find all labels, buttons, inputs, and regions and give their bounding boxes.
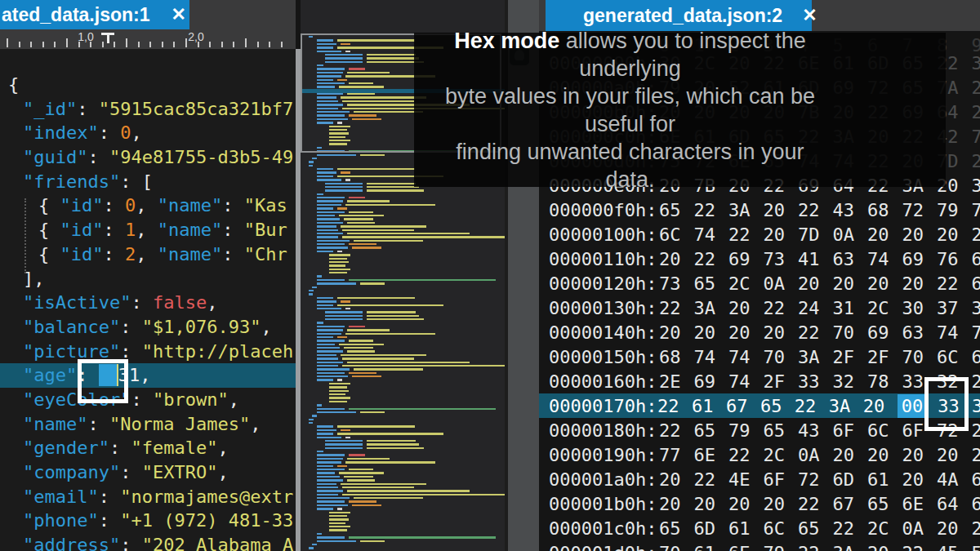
- code-line[interactable]: { "id": 0, "name": "Kas: [0, 193, 296, 218]
- hex-byte[interactable]: 20: [833, 273, 868, 294]
- hex-byte[interactable]: 32: [972, 176, 980, 196]
- code-line[interactable]: { "id": 2, "name": "Chr: [0, 242, 296, 267]
- hex-byte[interactable]: 20: [833, 445, 868, 465]
- hex-byte[interactable]: 20: [763, 200, 798, 220]
- hex-byte[interactable]: 3A: [728, 200, 764, 220]
- hex-byte[interactable]: 4A: [937, 469, 972, 490]
- hex-byte[interactable]: 65: [693, 420, 728, 441]
- hex-byte[interactable]: 22: [798, 543, 833, 551]
- hex-byte[interactable]: 20: [693, 494, 728, 514]
- hex-byte[interactable]: 6F: [763, 469, 798, 490]
- hex-byte[interactable]: 22: [972, 371, 980, 392]
- hex-row[interactable]: 00000110h:20226973416374697665: [539, 247, 980, 271]
- hex-byte[interactable]: 20: [798, 273, 833, 294]
- hex-byte[interactable]: 2C: [728, 273, 764, 294]
- hex-byte[interactable]: 22: [693, 469, 728, 490]
- code-line[interactable]: "isActive": false,: [0, 291, 296, 315]
- hex-byte[interactable]: 37: [937, 298, 972, 318]
- hex-byte[interactable]: 7D: [798, 224, 833, 245]
- hex-byte[interactable]: 2C: [972, 151, 980, 171]
- hex-byte[interactable]: 62: [972, 273, 980, 294]
- hex-byte[interactable]: 31: [972, 396, 980, 416]
- hex-byte[interactable]: 20: [763, 224, 798, 245]
- hex-byte[interactable]: 20: [902, 224, 938, 245]
- hex-byte[interactable]: 74: [728, 347, 764, 367]
- code-line[interactable]: "age": 31,: [0, 363, 296, 388]
- hex-byte[interactable]: 20: [863, 396, 898, 416]
- hex-byte[interactable]: 68: [659, 347, 694, 367]
- hex-byte[interactable]: 22: [798, 200, 833, 220]
- hex-byte[interactable]: 20: [867, 543, 902, 551]
- hex-byte[interactable]: 41: [798, 249, 833, 269]
- hex-byte[interactable]: 3A: [833, 543, 868, 551]
- code-line[interactable]: "address": "202 Alabama A: [0, 533, 296, 551]
- hex-byte[interactable]: 61: [972, 469, 980, 490]
- hex-row[interactable]: 000001c0h:656D616C65222C0A2020: [539, 516, 980, 540]
- hex-byte[interactable]: 20: [659, 494, 694, 514]
- hex-byte[interactable]: 65: [972, 494, 980, 514]
- hex-byte[interactable]: 69: [693, 371, 728, 392]
- hex-byte[interactable]: 36: [972, 298, 980, 318]
- hex-byte[interactable]: 22: [693, 249, 728, 269]
- hex-row[interactable]: 000001d0h:70616E79223A20224558: [539, 540, 980, 551]
- hex-byte[interactable]: 6F: [833, 420, 868, 441]
- hex-byte[interactable]: 2F: [833, 347, 868, 367]
- hex-byte[interactable]: 65: [659, 518, 694, 539]
- hex-byte[interactable]: 20: [659, 249, 694, 269]
- hex-byte[interactable]: 6C: [763, 518, 798, 539]
- hex-byte[interactable]: 79: [728, 420, 764, 441]
- code-line[interactable]: "phone": "+1 (972) 481-33: [0, 509, 296, 533]
- hex-byte[interactable]: 61: [693, 543, 728, 551]
- code-line[interactable]: "eyeColor": "brown",: [0, 388, 296, 412]
- hex-byte[interactable]: 43: [833, 200, 868, 220]
- code-line[interactable]: "company": "EXTRO",: [0, 460, 296, 485]
- hex-byte[interactable]: 2C: [763, 445, 798, 465]
- hex-byte[interactable]: 22: [972, 420, 980, 441]
- hex-byte[interactable]: 70: [833, 322, 868, 343]
- hex-byte[interactable]: 6C: [659, 224, 694, 245]
- hex-byte[interactable]: 6E: [728, 543, 764, 551]
- hex-row[interactable]: 00000160h:2E69742F333278333222: [539, 369, 980, 393]
- hex-byte[interactable]: 20: [763, 322, 798, 343]
- code-line[interactable]: "friends": [: [0, 170, 296, 194]
- hex-byte[interactable]: 0A: [833, 224, 868, 245]
- hex-byte[interactable]: 22: [728, 224, 764, 245]
- code-line[interactable]: {: [0, 73, 296, 97]
- hex-byte[interactable]: 74: [693, 347, 728, 367]
- hex-byte[interactable]: 74: [867, 249, 902, 269]
- hex-byte[interactable]: 65: [798, 518, 833, 539]
- hex-row[interactable]: 00000180h:22657965436F6C6F7222: [539, 418, 980, 442]
- code-line[interactable]: { "id": 1, "name": "Bur: [0, 218, 296, 242]
- hex-byte[interactable]: 74: [728, 371, 764, 392]
- hex-byte[interactable]: 20: [902, 273, 938, 294]
- hex-row[interactable]: 000001b0h:202020202267656E6465: [539, 491, 980, 516]
- hex-byte[interactable]: 20: [937, 224, 972, 245]
- hex-byte[interactable]: 22: [972, 102, 980, 122]
- hex-byte[interactable]: 0A: [798, 445, 833, 465]
- hex-row[interactable]: 00000190h:776E222C0A2020202022: [539, 442, 980, 467]
- hex-byte[interactable]: 20: [867, 445, 902, 465]
- hex-byte[interactable]: 75: [972, 322, 980, 343]
- hex-byte[interactable]: 2F: [763, 371, 798, 392]
- hex-byte[interactable]: 73: [972, 200, 980, 220]
- hex-byte[interactable]: 3A: [972, 53, 980, 73]
- hex-byte[interactable]: 65: [972, 249, 980, 269]
- hex-byte[interactable]: 22: [657, 396, 692, 416]
- hex-byte[interactable]: 2E: [659, 371, 694, 392]
- hex-byte[interactable]: 20: [902, 469, 938, 490]
- hex-byte[interactable]: 20: [763, 494, 798, 514]
- hex-byte[interactable]: 70: [659, 543, 694, 551]
- hex-byte[interactable]: 76: [937, 249, 972, 269]
- hex-byte[interactable]: 20: [972, 224, 980, 245]
- hex-byte[interactable]: 79: [763, 543, 798, 551]
- hex-byte[interactable]: 69: [902, 249, 938, 269]
- close-icon[interactable]: ✕: [172, 4, 186, 25]
- hex-byte[interactable]: 70: [763, 347, 798, 367]
- hex-byte[interactable]: 75: [972, 127, 980, 147]
- hex-byte[interactable]: 63: [833, 249, 868, 269]
- close-icon[interactable]: ✕: [802, 5, 817, 26]
- hex-byte[interactable]: 20: [867, 224, 902, 245]
- hex-byte[interactable]: 74: [693, 224, 728, 245]
- hex-row[interactable]: 00000140h:20202020227069637475: [539, 320, 980, 344]
- hex-byte[interactable]: 6C: [937, 347, 972, 367]
